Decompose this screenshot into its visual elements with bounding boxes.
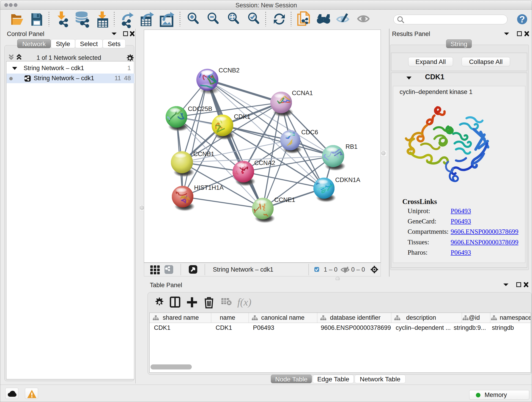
svg-text:CDC25B: CDC25B — [188, 105, 212, 112]
svg-text:?: ? — [519, 14, 525, 24]
svg-text:0 – 0: 0 – 0 — [351, 266, 365, 273]
svg-text:HIST1H1A: HIST1H1A — [194, 184, 224, 191]
svg-text:CDK1: CDK1 — [234, 113, 250, 120]
svg-text:CCNA2: CCNA2 — [254, 160, 275, 166]
svg-text:CDC6: CDC6 — [301, 129, 318, 136]
svg-text:CCNB2: CCNB2 — [219, 67, 240, 74]
svg-text:CCNE1: CCNE1 — [274, 196, 295, 203]
svg-text:f(x): f(x) — [237, 297, 251, 308]
svg-text:String Network – cdk1: String Network – cdk1 — [213, 266, 273, 273]
svg-text:RB1: RB1 — [346, 143, 358, 150]
svg-text:CDKN1A: CDKN1A — [335, 177, 360, 183]
svg-text:CCNA1: CCNA1 — [292, 89, 313, 96]
svg-text:1 – 0: 1 – 0 — [324, 266, 337, 273]
svg-text:CCNB1: CCNB1 — [193, 151, 215, 157]
